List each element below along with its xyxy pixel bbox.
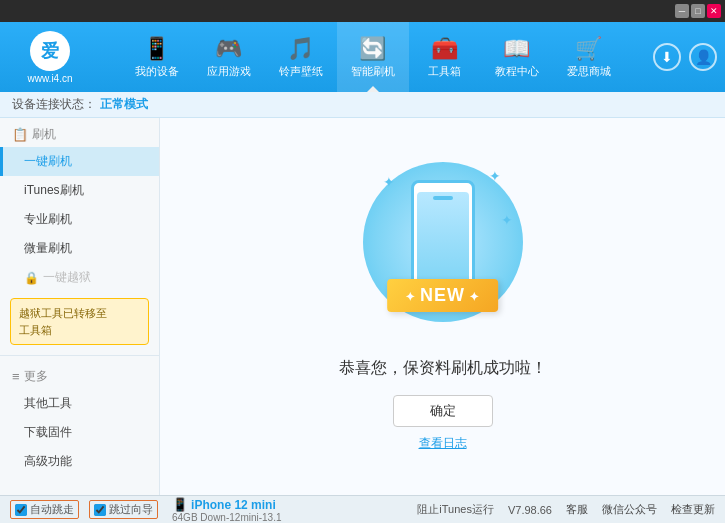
smart-flash-label: 智能刷机 — [351, 64, 395, 79]
version-text: V7.98.66 — [508, 504, 552, 516]
jailbreak-section-label: 一键越狱 — [43, 269, 91, 286]
title-bar: ─ □ ✕ — [0, 0, 725, 22]
sparkle-icon-2: ✦ — [489, 168, 501, 184]
auto-jump-checkbox-wrapper[interactable]: 自动跳走 — [10, 500, 79, 519]
more-section-icon: ≡ — [12, 369, 20, 384]
sidebar-section-flash: 📋 刷机 — [0, 118, 159, 147]
more-section-label: 更多 — [24, 368, 48, 385]
tutorial-icon: 📖 — [503, 36, 530, 62]
nav-store[interactable]: 🛒 爱思商城 — [553, 22, 625, 92]
sparkle-icon-1: ✦ — [383, 174, 395, 190]
nav-smart-flash[interactable]: 🔄 智能刷机 — [337, 22, 409, 92]
device-name: iPhone 12 mini — [191, 498, 276, 512]
device-version: Down-12mini-13.1 — [200, 512, 281, 523]
window-controls: ─ □ ✕ — [675, 4, 721, 18]
main-layout: 📋 刷机 一键刷机 iTunes刷机 专业刷机 微量刷机 🔒 一键越狱 越狱工具… — [0, 118, 725, 495]
sidebar-item-other-tools[interactable]: 其他工具 — [0, 389, 159, 418]
save-flash-label: 微量刷机 — [24, 241, 72, 255]
status-bar: 设备连接状态： 正常模式 — [0, 92, 725, 118]
bottom-bar: 自动跳走 跳过向导 📱 iPhone 12 mini 64GB Down-12m… — [0, 495, 725, 523]
sidebar-item-itunes-flash[interactable]: iTunes刷机 — [0, 176, 159, 205]
advanced-label: 高级功能 — [24, 454, 72, 468]
sidebar-item-download-firmware[interactable]: 下载固件 — [0, 418, 159, 447]
lock-icon: 🔒 — [24, 271, 39, 285]
sidebar-item-advanced[interactable]: 高级功能 — [0, 447, 159, 476]
skip-guide-checkbox[interactable] — [94, 504, 106, 516]
jailbreak-notice: 越狱工具已转移至工具箱 — [10, 298, 149, 345]
itunes-flash-label: iTunes刷机 — [24, 183, 84, 197]
download-firmware-label: 下载固件 — [24, 425, 72, 439]
pro-flash-label: 专业刷机 — [24, 212, 72, 226]
toolbox-icon: 🧰 — [431, 36, 458, 62]
header-right: ⬇ 👤 — [645, 43, 725, 71]
ringtone-label: 铃声壁纸 — [279, 64, 323, 79]
skip-guide-label: 跳过向导 — [109, 502, 153, 517]
sidebar-item-pro-flash[interactable]: 专业刷机 — [0, 205, 159, 234]
sidebar-item-save-flash[interactable]: 微量刷机 — [0, 234, 159, 263]
nav-tutorial[interactable]: 📖 教程中心 — [481, 22, 553, 92]
user-button[interactable]: 👤 — [689, 43, 717, 71]
maximize-button[interactable]: □ — [691, 4, 705, 18]
one-click-flash-label: 一键刷机 — [24, 154, 72, 168]
tutorial-label: 教程中心 — [495, 64, 539, 79]
flash-section-icon: 📋 — [12, 127, 28, 142]
nav-my-device[interactable]: 📱 我的设备 — [121, 22, 193, 92]
check-update-link[interactable]: 检查更新 — [671, 502, 715, 517]
my-device-icon: 📱 — [143, 36, 170, 62]
nav-toolbox[interactable]: 🧰 工具箱 — [409, 22, 481, 92]
sidebar-item-one-click-flash[interactable]: 一键刷机 — [0, 147, 159, 176]
nav-ringtone[interactable]: 🎵 铃声壁纸 — [265, 22, 337, 92]
toolbox-label: 工具箱 — [428, 64, 461, 79]
smart-flash-icon: 🔄 — [359, 36, 386, 62]
sidebar: 📋 刷机 一键刷机 iTunes刷机 专业刷机 微量刷机 🔒 一键越狱 越狱工具… — [0, 118, 160, 495]
nav-items: 📱 我的设备 🎮 应用游戏 🎵 铃声壁纸 🔄 智能刷机 🧰 工具箱 📖 教程中心… — [100, 22, 645, 92]
header: 爱 www.i4.cn 📱 我的设备 🎮 应用游戏 🎵 铃声壁纸 🔄 智能刷机 … — [0, 22, 725, 92]
status-value: 正常模式 — [100, 96, 148, 113]
logo-symbol: 爱 — [41, 39, 59, 63]
sidebar-divider-1 — [0, 355, 159, 356]
bottom-left: 自动跳走 跳过向导 📱 iPhone 12 mini 64GB Down-12m… — [10, 497, 282, 523]
auto-jump-label: 自动跳走 — [30, 502, 74, 517]
wechat-public-link[interactable]: 微信公众号 — [602, 502, 657, 517]
flash-section-label: 刷机 — [32, 126, 56, 143]
skip-guide-checkbox-wrapper[interactable]: 跳过向导 — [89, 500, 158, 519]
sidebar-section-more: ≡ 更多 — [0, 360, 159, 389]
store-label: 爱思商城 — [567, 64, 611, 79]
logo-url: www.i4.cn — [27, 73, 72, 84]
confirm-button[interactable]: 确定 — [393, 395, 493, 427]
ringtone-icon: 🎵 — [287, 36, 314, 62]
minimize-button[interactable]: ─ — [675, 4, 689, 18]
device-detail: 64GB Down-12mini-13.1 — [172, 512, 282, 523]
store-icon: 🛒 — [575, 36, 602, 62]
device-info: 📱 iPhone 12 mini 64GB Down-12mini-13.1 — [172, 497, 282, 523]
sparkle-icon-3: ✦ — [501, 212, 513, 228]
nav-apps-games[interactable]: 🎮 应用游戏 — [193, 22, 265, 92]
logo-icon: 爱 — [30, 31, 70, 71]
success-card: ✦ ✦ ✦ NEW 恭喜您，保资料刷机成功啦！ 确定 查看日志 — [339, 162, 547, 452]
success-message: 恭喜您，保资料刷机成功啦！ — [339, 358, 547, 379]
jailbreak-notice-text: 越狱工具已转移至工具箱 — [19, 307, 107, 336]
bottom-right: 阻止iTunes运行 V7.98.66 客服 微信公众号 检查更新 — [417, 502, 715, 517]
device-storage: 64GB — [172, 512, 198, 523]
sidebar-section-jailbreak: 🔒 一键越狱 — [0, 263, 159, 292]
logo-area: 爱 www.i4.cn — [0, 22, 100, 92]
download-button[interactable]: ⬇ — [653, 43, 681, 71]
view-log-link[interactable]: 查看日志 — [419, 435, 467, 452]
itunes-notice: 阻止iTunes运行 — [417, 502, 494, 517]
status-label: 设备连接状态： — [12, 96, 96, 113]
close-button[interactable]: ✕ — [707, 4, 721, 18]
apps-games-icon: 🎮 — [215, 36, 242, 62]
other-tools-label: 其他工具 — [24, 396, 72, 410]
phone-screen — [417, 192, 469, 288]
phone-illustration: ✦ ✦ ✦ NEW — [363, 162, 523, 342]
customer-service-link[interactable]: 客服 — [566, 502, 588, 517]
content-area: ✦ ✦ ✦ NEW 恭喜您，保资料刷机成功啦！ 确定 查看日志 — [160, 118, 725, 495]
my-device-label: 我的设备 — [135, 64, 179, 79]
device-phone-icon: 📱 — [172, 497, 188, 512]
auto-jump-checkbox[interactable] — [15, 504, 27, 516]
apps-games-label: 应用游戏 — [207, 64, 251, 79]
new-banner: NEW — [387, 279, 499, 312]
